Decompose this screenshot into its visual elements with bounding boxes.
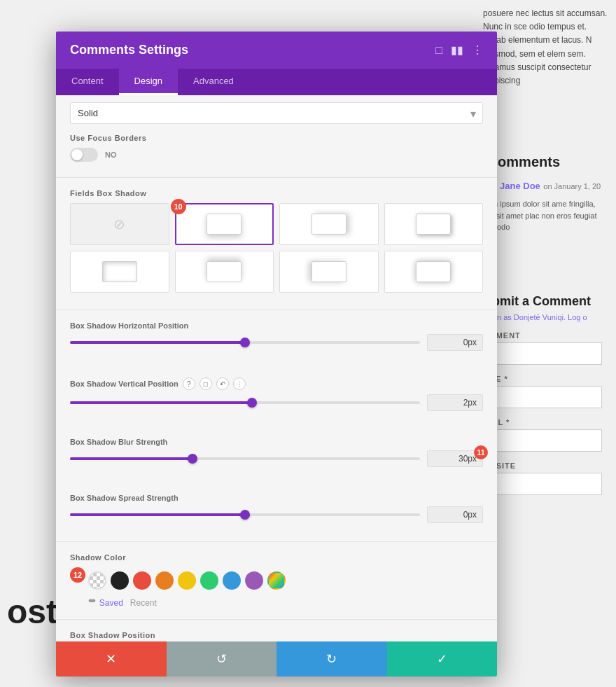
comments-settings-modal: Comments Settings □ ▮▮ ⋮ Content Design … [56,32,497,676]
shadow-color-row: 12 ••• [70,567,483,608]
horizontal-slider-controls: 0px [70,334,483,351]
toggle-knob [71,149,83,160]
color-tab-row: Saved Recent [98,598,157,608]
horizontal-slider-track[interactable] [70,341,420,344]
vertical-more-icon[interactable]: ⋮ [233,377,246,390]
cancel-button[interactable]: ✕ [56,641,167,676]
bg-text: posuere nec lectus sit accumsan. Nunc in… [476,0,616,95]
modal-header-icons: □ ▮▮ ⋮ [435,43,483,57]
shadow-position-section: Box Shadow Position Outer Shadow Inner S… [56,623,497,641]
vertical-fill [70,401,252,404]
shadow-option-bottom[interactable]: 10 [175,203,274,245]
shadow-option-right[interactable] [279,203,379,245]
blur-track-bg [70,457,420,460]
save-button[interactable]: ✓ [387,641,498,676]
vertical-help-icon[interactable]: ? [183,377,195,390]
fields-box-shadow-label: Fields Box Shadow [70,189,483,197]
expand-icon[interactable]: □ [435,44,442,57]
modal-body: Solid Dashed Dotted None Use Focus Borde… [56,95,497,641]
vertical-thumb[interactable] [247,398,257,408]
horizontal-track-bg [70,341,420,344]
spread-slider-label: Box Shadow Spread Strength [70,494,178,502]
shadow-box-right [312,214,346,235]
focus-borders-label: Use Focus Borders [70,134,483,142]
swatch-red[interactable] [133,571,151,590]
divider-1 [56,177,497,178]
modal-footer: ✕ ↺ ↻ ✓ [56,641,497,676]
shadow-option-none[interactable]: ⊘ [70,203,169,245]
modal-title: Comments Settings [70,43,188,57]
shadow-box-outer [416,214,451,235]
swatch-orange[interactable] [155,571,174,590]
focus-borders-toggle[interactable] [70,148,98,162]
border-style-section: Solid Dashed Dotted None [56,95,497,130]
tab-advanced[interactable]: Advanced [178,69,249,95]
tab-design[interactable]: Design [119,69,178,95]
vertical-value-box: 2px [427,394,483,411]
shadow-option-outer[interactable] [384,203,484,245]
columns-icon[interactable]: ▮▮ [451,43,463,57]
shadow-box-all [416,261,451,282]
swatch-black[interactable] [111,571,129,590]
vertical-slider-track[interactable] [70,401,420,404]
box-shadow-vertical-section: Box Shadow Vertical Position ? □ ↶ ⋮ 2px [56,369,497,419]
shadow-box-top [206,261,241,282]
vertical-cursor-icon[interactable]: ↶ [216,377,229,390]
horizontal-thumb[interactable] [240,338,250,347]
box-shadow-horizontal-section: Box Shadow Horizontal Position 0px [56,313,497,359]
fields-box-shadow-section: Fields Box Shadow ⊘ 10 [56,181,497,307]
spread-value: 0px [463,510,477,520]
blur-slider-controls: 30px 11 [70,450,483,467]
horizontal-fill [70,341,245,344]
shadow-box-bottom [206,214,241,235]
shadow-position-label: Box Shadow Position [70,631,483,639]
horizontal-value-box: 0px [427,334,483,351]
focus-borders-toggle-row: NO [70,148,483,162]
color-tab-recent[interactable]: Recent [130,598,157,608]
vertical-value: 2px [463,398,477,408]
shadow-option-all[interactable] [384,251,484,293]
box-shadow-blur-section: Box Shadow Blur Strength 30px 11 [56,429,497,476]
more-colors-row: ••• Saved Recent [88,594,286,608]
shadow-option-left[interactable] [279,251,379,293]
no-shadow-icon: ⊘ [113,216,125,233]
spread-thumb[interactable] [240,510,250,520]
shadow-box-left [312,261,346,282]
tab-content[interactable]: Content [56,69,119,95]
swatch-purple[interactable] [245,571,263,590]
reset-button[interactable]: ↺ [167,641,277,676]
vertical-square-icon[interactable]: □ [200,377,212,390]
badge-10: 10 [171,199,186,214]
box-shadow-spread-section: Box Shadow Spread Strength 0px [56,485,497,532]
spread-slider-controls: 0px [70,506,483,523]
vertical-slider-header: Box Shadow Vertical Position ? □ ↶ ⋮ [70,377,483,390]
shadow-option-inset[interactable] [70,251,169,293]
swatch-yellow[interactable] [178,571,196,590]
redo-button[interactable]: ↻ [276,641,387,676]
blur-slider-track[interactable] [70,457,420,460]
blur-thumb[interactable] [188,454,197,464]
shadow-options-grid: ⊘ 10 [70,203,483,293]
divider-2 [56,310,497,310]
blur-fill [70,457,192,460]
divider-3 [56,541,497,542]
shadow-color-label: Shadow Color [70,553,483,562]
shadow-swatches-container: ••• Saved Recent [88,567,286,608]
swatch-custom[interactable] [267,571,286,590]
modal-tabs: Content Design Advanced [56,69,497,95]
swatch-green[interactable] [200,571,218,590]
modal-header: Comments Settings □ ▮▮ ⋮ [56,32,497,69]
more-icon[interactable]: ⋮ [472,43,483,57]
swatch-transparent[interactable] [88,571,106,590]
spread-value-box: 0px [427,506,483,523]
more-colors-icon[interactable]: ••• [88,595,94,607]
spread-slider-track[interactable] [70,513,420,516]
shadow-color-section: Shadow Color 12 [56,545,497,616]
color-tab-saved[interactable]: Saved [99,598,123,608]
badge-12: 12 [70,567,85,583]
border-style-select[interactable]: Solid Dashed Dotted None [70,102,483,124]
horizontal-value: 0px [463,338,477,347]
swatch-blue[interactable] [223,571,241,590]
shadow-option-top[interactable] [175,251,274,293]
commenter-name: Jane Doe [500,181,540,191]
